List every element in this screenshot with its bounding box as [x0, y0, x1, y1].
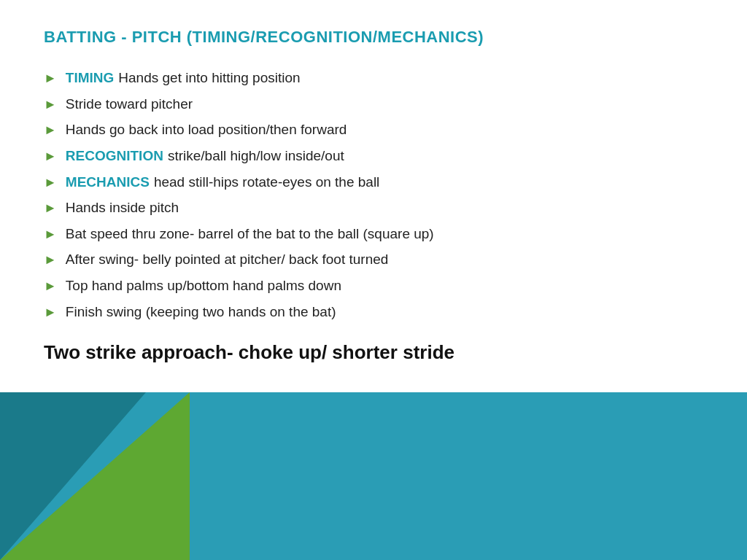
list-item: ► Top hand palms up/bottom hand palms do…: [44, 276, 703, 295]
list-item: ► Finish swing (keeping two hands on the…: [44, 303, 703, 322]
bullet-body: Finish swing (keeping two hands on the b…: [66, 303, 336, 322]
arrow-icon: ►: [44, 147, 57, 165]
bullet-body: strike/ball high/low inside/out: [168, 148, 344, 163]
list-item: ► Hands go back into load position/then …: [44, 120, 703, 139]
list-item: ► RECOGNITIONstrike/ball high/low inside…: [44, 147, 703, 166]
arrow-icon: ►: [44, 277, 57, 295]
bullet-text: TIMINGHands get into hitting position: [66, 69, 301, 88]
arrow-icon: ►: [44, 251, 57, 268]
timing-label: TIMING: [66, 70, 115, 85]
bullet-body: Stride toward pitcher: [66, 95, 193, 114]
bullet-body: After swing- belly pointed at pitcher/ b…: [66, 250, 389, 269]
list-item: ► TIMINGHands get into hitting position: [44, 69, 703, 88]
mechanics-label: MECHANICS: [66, 174, 150, 190]
bullet-text: RECOGNITIONstrike/ball high/low inside/o…: [66, 147, 344, 166]
two-strike-text: Two strike approach- choke up/ shorter s…: [44, 341, 703, 364]
list-item: ► Bat speed thru zone- barrel of the bat…: [44, 225, 703, 244]
arrow-icon: ►: [44, 225, 57, 243]
bullet-body: Top hand palms up/bottom hand palms down: [66, 276, 341, 295]
list-item: ► MECHANICShead still-hips rotate-eyes o…: [44, 173, 703, 192]
bullet-body: Bat speed thru zone- barrel of the bat t…: [66, 225, 434, 244]
arrow-icon: ►: [44, 303, 57, 321]
bullet-body: head still-hips rotate-eyes on the ball: [154, 174, 379, 190]
list-item: ► Stride toward pitcher: [44, 95, 703, 114]
arrow-icon: ►: [44, 121, 57, 139]
slide: BATTING - PITCH (TIMING/RECOGNITION/MECH…: [0, 0, 747, 560]
arrow-icon: ►: [44, 69, 57, 87]
list-item: ► Hands inside pitch: [44, 198, 703, 217]
content-area: BATTING - PITCH (TIMING/RECOGNITION/MECH…: [0, 0, 747, 378]
bullet-body: Hands inside pitch: [66, 198, 179, 217]
arrow-icon: ►: [44, 174, 57, 191]
arrow-icon: ►: [44, 199, 57, 217]
bullet-text: MECHANICShead still-hips rotate-eyes on …: [66, 173, 380, 192]
list-item: ► After swing- belly pointed at pitcher/…: [44, 250, 703, 269]
recognition-label: RECOGNITION: [66, 148, 163, 163]
dark-teal-triangle: [0, 392, 146, 560]
bullet-body: Hands go back into load position/then fo…: [66, 120, 347, 139]
bullet-list: ► TIMINGHands get into hitting position …: [44, 69, 703, 321]
arrow-icon: ►: [44, 96, 57, 113]
bottom-decoration: [0, 392, 747, 560]
slide-title: BATTING - PITCH (TIMING/RECOGNITION/MECH…: [44, 28, 703, 47]
bullet-body: Hands get into hitting position: [118, 70, 300, 85]
